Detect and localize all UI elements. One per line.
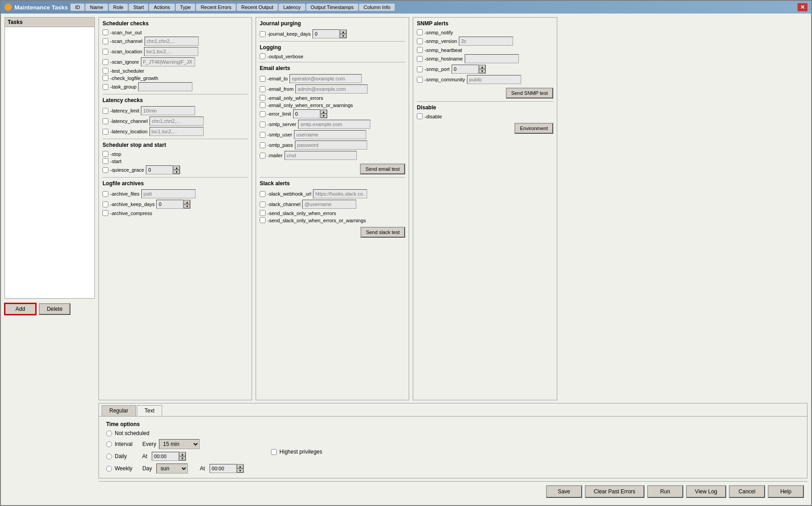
quiesce-grace-up[interactable]: ▲ <box>173 166 180 170</box>
day-select[interactable]: sun mon tue wed thu fri sat <box>156 464 188 473</box>
archive-keep-days-down[interactable]: ▼ <box>184 204 190 208</box>
weekly-at-input[interactable] <box>210 464 237 473</box>
error-limit-down[interactable]: ▼ <box>321 114 327 118</box>
scan-ignore-checkbox[interactable] <box>103 59 108 65</box>
email-to-checkbox[interactable] <box>260 76 266 82</box>
slack-channel-checkbox[interactable] <box>260 201 266 207</box>
start-checkbox[interactable] <box>103 158 108 164</box>
snmp-notify-checkbox[interactable] <box>417 29 423 35</box>
slack-webhook-checkbox[interactable] <box>260 191 266 197</box>
latency-channel-input[interactable] <box>149 117 204 126</box>
latency-location-input[interactable] <box>149 127 204 136</box>
scan-hvr-out-checkbox[interactable] <box>103 29 108 35</box>
snmp-version-checkbox[interactable] <box>417 38 423 44</box>
snmp-community-checkbox[interactable] <box>417 77 423 83</box>
error-limit-up[interactable]: ▲ <box>321 110 327 114</box>
tab-actions[interactable]: Actions <box>149 4 174 11</box>
quiesce-grace-down[interactable]: ▼ <box>173 170 180 174</box>
disable-checkbox[interactable] <box>417 113 423 119</box>
snmp-version-input[interactable] <box>459 37 513 46</box>
not-scheduled-radio[interactable] <box>106 431 112 436</box>
send-slack-test-button[interactable]: Send slack test <box>360 227 405 238</box>
snmp-port-down[interactable]: ▼ <box>479 69 485 73</box>
snmp-hostname-checkbox[interactable] <box>417 56 423 62</box>
save-button[interactable]: Save <box>546 485 582 498</box>
mailer-input[interactable] <box>285 151 357 160</box>
error-limit-input[interactable] <box>293 109 320 118</box>
archive-files-checkbox[interactable] <box>103 191 108 197</box>
journal-keep-days-input[interactable] <box>313 29 340 38</box>
add-button[interactable]: Add <box>5 303 36 315</box>
tab-role[interactable]: Role <box>109 4 128 11</box>
stop-checkbox[interactable] <box>103 151 108 157</box>
tab-recent-output[interactable]: Recent Output <box>237 4 278 11</box>
tab-latency[interactable]: Latency <box>279 4 305 11</box>
daily-at-up[interactable]: ▲ <box>179 452 186 456</box>
output-verbose-checkbox[interactable] <box>260 53 266 59</box>
task-group-input[interactable] <box>138 82 192 91</box>
quiesce-grace-input[interactable] <box>146 165 173 174</box>
every-select[interactable]: 15 min 1 min 5 min 30 min 1 hour 2 hours… <box>159 439 200 449</box>
snmp-community-input[interactable] <box>467 75 521 84</box>
archive-keep-days-checkbox[interactable] <box>103 201 108 207</box>
scan-channel-input[interactable] <box>145 37 199 46</box>
email-from-checkbox[interactable] <box>260 86 266 92</box>
daily-at-input[interactable] <box>152 452 179 461</box>
archive-files-input[interactable] <box>141 189 196 198</box>
journal-keep-days-checkbox[interactable] <box>260 31 266 37</box>
tab-id[interactable]: ID <box>70 4 84 11</box>
latency-limit-checkbox[interactable] <box>103 108 108 114</box>
tab-output-timestamps[interactable]: Output Timestamps <box>306 4 358 11</box>
mailer-checkbox[interactable] <box>260 153 266 159</box>
clear-past-errors-button[interactable]: Clear Past Errors <box>585 485 644 498</box>
check-logfile-growth-checkbox[interactable] <box>103 75 108 81</box>
run-button[interactable]: Run <box>647 485 683 498</box>
weekly-at-down[interactable]: ▼ <box>237 469 243 473</box>
weekly-at-up[interactable]: ▲ <box>237 464 243 469</box>
archive-keep-days-input[interactable] <box>156 200 183 209</box>
cancel-button[interactable]: Cancel <box>729 485 765 498</box>
slack-webhook-input[interactable] <box>313 189 367 198</box>
scan-location-input[interactable] <box>144 47 198 56</box>
tab-regular[interactable]: Regular <box>102 405 136 416</box>
send-slack-only-errors-checkbox[interactable] <box>260 210 266 216</box>
environment-button[interactable]: Environment <box>514 123 553 134</box>
error-limit-checkbox[interactable] <box>260 111 266 117</box>
snmp-heartbeat-checkbox[interactable] <box>417 47 423 53</box>
close-button[interactable]: ✕ <box>798 3 807 11</box>
latency-limit-input[interactable] <box>141 106 195 115</box>
snmp-port-checkbox[interactable] <box>417 66 423 72</box>
smtp-server-input[interactable] <box>298 120 370 129</box>
smtp-server-checkbox[interactable] <box>260 122 266 127</box>
tab-column-info[interactable]: Column Info <box>359 4 395 11</box>
latency-location-checkbox[interactable] <box>103 129 108 135</box>
help-button[interactable]: Help <box>768 485 804 498</box>
email-only-errors-warnings-checkbox[interactable] <box>260 102 266 108</box>
tab-type[interactable]: Type <box>176 4 196 11</box>
interval-radio[interactable] <box>106 441 112 447</box>
scan-channel-checkbox[interactable] <box>103 38 108 44</box>
smtp-user-input[interactable] <box>294 130 366 139</box>
email-from-input[interactable] <box>295 84 368 94</box>
snmp-hostname-input[interactable] <box>465 54 519 63</box>
journal-keep-days-up[interactable]: ▲ <box>340 30 346 34</box>
slack-channel-input[interactable] <box>302 200 356 209</box>
smtp-user-checkbox[interactable] <box>260 132 266 138</box>
snmp-port-input[interactable] <box>452 65 479 74</box>
latency-channel-checkbox[interactable] <box>103 118 108 124</box>
tab-start[interactable]: Start <box>129 4 148 11</box>
archive-keep-days-up[interactable]: ▲ <box>184 200 190 204</box>
send-email-test-button[interactable]: Send email test <box>360 164 405 174</box>
scan-location-checkbox[interactable] <box>103 49 108 55</box>
send-snmp-test-button[interactable]: Send SNMP test <box>506 88 553 98</box>
send-slack-only-errors-warnings-checkbox[interactable] <box>260 217 266 223</box>
tab-name[interactable]: Name <box>85 4 107 11</box>
highest-privileges-checkbox[interactable] <box>271 449 277 455</box>
scan-ignore-input[interactable] <box>141 57 195 66</box>
quiesce-grace-checkbox[interactable] <box>103 167 108 173</box>
view-log-button[interactable]: View Log <box>686 485 726 498</box>
email-only-errors-checkbox[interactable] <box>260 95 266 101</box>
archive-compress-checkbox[interactable] <box>103 210 108 216</box>
journal-keep-days-down[interactable]: ▼ <box>340 34 346 38</box>
snmp-port-up[interactable]: ▲ <box>479 65 485 69</box>
